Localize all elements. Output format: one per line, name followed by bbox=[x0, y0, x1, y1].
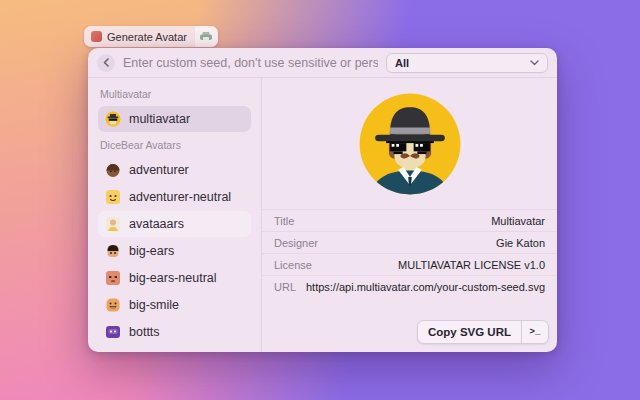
style-filter-dropdown[interactable]: All bbox=[386, 53, 548, 73]
chevron-left-icon bbox=[103, 58, 110, 67]
command-tag-main[interactable]: Generate Avatar bbox=[84, 26, 194, 47]
metadata-value: Gie Katon bbox=[496, 237, 545, 249]
style-item-label: adventurer-neutral bbox=[129, 190, 231, 204]
croodles-style-icon bbox=[105, 351, 121, 352]
multiavatar-style-icon bbox=[105, 111, 121, 127]
style-list[interactable]: Multiavatar multiavatar DiceBear Avatars bbox=[88, 78, 262, 352]
chevron-down-icon bbox=[530, 60, 539, 66]
style-item-label: big-ears bbox=[129, 244, 174, 258]
section-title-dicebear: DiceBear Avatars bbox=[100, 139, 249, 151]
adventurer-neutral-style-icon bbox=[105, 189, 121, 205]
big-smile-style-icon bbox=[105, 297, 121, 313]
metadata-label: Title bbox=[274, 215, 294, 227]
metadata-value: Multiavatar bbox=[491, 215, 545, 227]
metadata-value: MULTIAVATAR LICENSE v1.0 bbox=[398, 259, 545, 271]
back-button[interactable] bbox=[97, 54, 115, 72]
terminal-icon[interactable]: >_ bbox=[522, 321, 548, 343]
style-item-croodles[interactable]: croodles bbox=[98, 346, 251, 352]
metadata-row-license: License MULTIAVATAR LICENSE v1.0 bbox=[262, 253, 557, 275]
metadata-value: https://api.multiavatar.com/your-custom-… bbox=[306, 281, 545, 293]
section-title-multiavatar: Multiavatar bbox=[100, 88, 249, 100]
style-item-adventurer[interactable]: adventurer bbox=[98, 157, 251, 183]
metadata-row-title: Title Multiavatar bbox=[262, 209, 557, 231]
metadata-label: Designer bbox=[274, 237, 318, 249]
printer-icon[interactable] bbox=[194, 26, 218, 47]
style-filter-value: All bbox=[395, 57, 409, 69]
metadata-row-designer: Designer Gie Katon bbox=[262, 231, 557, 253]
search-header: All bbox=[88, 48, 557, 78]
style-item-big-ears-neutral[interactable]: big-ears-neutral bbox=[98, 265, 251, 291]
style-item-label: big-ears-neutral bbox=[129, 271, 217, 285]
seed-input[interactable] bbox=[123, 56, 378, 70]
style-item-label: bottts bbox=[129, 325, 160, 339]
style-item-label: big-smile bbox=[129, 298, 179, 312]
generate-avatar-window: All Multiavatar multiavatar DiceBear Ava… bbox=[88, 48, 557, 352]
command-tag-label: Generate Avatar bbox=[107, 31, 187, 43]
copy-svg-url-button[interactable]: Copy SVG URL bbox=[418, 321, 521, 343]
bottts-style-icon bbox=[105, 324, 121, 340]
avataaars-style-icon bbox=[105, 216, 121, 232]
style-item-bottts[interactable]: bottts bbox=[98, 319, 251, 345]
style-item-label: adventurer bbox=[129, 163, 189, 177]
adventurer-style-icon bbox=[105, 162, 121, 178]
metadata-label: License bbox=[274, 259, 312, 271]
style-item-adventurer-neutral[interactable]: adventurer-neutral bbox=[98, 184, 251, 210]
window-content: Multiavatar multiavatar DiceBear Avatars bbox=[88, 78, 557, 352]
generate-avatar-app-icon bbox=[91, 31, 102, 42]
metadata-row-url: URL https://api.multiavatar.com/your-cus… bbox=[262, 275, 557, 297]
action-bar: Copy SVG URL >_ bbox=[417, 320, 549, 344]
big-ears-neutral-style-icon bbox=[105, 270, 121, 286]
style-item-label: multiavatar bbox=[129, 112, 190, 126]
style-item-label: avataaars bbox=[129, 217, 184, 231]
command-tag[interactable]: Generate Avatar bbox=[84, 26, 218, 47]
style-item-multiavatar[interactable]: multiavatar bbox=[98, 106, 251, 132]
metadata-label: URL bbox=[274, 281, 296, 293]
avatar-preview-area bbox=[262, 78, 557, 209]
big-ears-style-icon bbox=[105, 243, 121, 259]
style-item-big-smile[interactable]: big-smile bbox=[98, 292, 251, 318]
style-item-big-ears[interactable]: big-ears bbox=[98, 238, 251, 264]
style-item-avataaars[interactable]: avataaars bbox=[98, 211, 251, 237]
multiavatar-preview-image bbox=[355, 89, 465, 199]
detail-pane: Title Multiavatar Designer Gie Katon Lic… bbox=[262, 78, 557, 352]
